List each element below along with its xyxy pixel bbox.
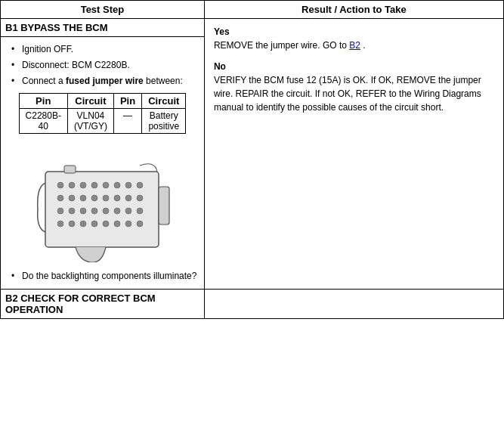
pin-table: Pin Circuit Pin Circuit C2280B-40 VLN04(…	[19, 93, 187, 134]
svg-point-15	[103, 195, 109, 201]
svg-point-4	[69, 182, 75, 188]
svg-point-19	[57, 208, 63, 214]
svg-point-17	[125, 195, 131, 201]
svg-point-23	[103, 208, 109, 214]
table-row: C2280B-40 VLN04(VT/GY) — Batterypositive	[19, 109, 186, 134]
final-bullet-list: Do the backlighting components illuminat…	[11, 270, 199, 283]
cell-pin1: C2280B-40	[19, 109, 67, 134]
svg-point-7	[103, 182, 109, 188]
svg-point-25	[125, 208, 131, 214]
svg-point-33	[125, 221, 131, 227]
svg-point-12	[69, 195, 75, 201]
connector-svg	[23, 141, 181, 262]
bullet-list: Ignition OFF. Disconnect: BCM C2280B. Co…	[11, 43, 199, 87]
b2-test-step-cell: B2 CHECK FOR CORRECT BCM OPERATION	[1, 290, 205, 319]
step-ignition: Ignition OFF.	[22, 44, 73, 54]
svg-point-21	[80, 208, 86, 214]
svg-rect-2	[64, 166, 76, 173]
svg-point-18	[137, 195, 143, 201]
connector-diagram	[5, 141, 199, 262]
svg-point-29	[80, 221, 86, 227]
step-connect: Connect a fused jumper wire between:	[22, 76, 183, 86]
svg-point-13	[80, 195, 86, 201]
b2-title: B2 CHECK FOR CORRECT BCM OPERATION	[1, 290, 204, 318]
col-circuit1: Circuit	[67, 94, 113, 109]
svg-point-20	[69, 208, 75, 214]
b2-result-cell	[204, 290, 503, 319]
no-text: VERIFY the BCM fuse 12 (15A) is OK. If O…	[214, 73, 494, 114]
list-item-1: Ignition OFF.	[11, 43, 199, 56]
svg-point-24	[114, 208, 120, 214]
svg-point-10	[137, 182, 143, 188]
svg-point-8	[114, 182, 120, 188]
yes-label: Yes	[214, 25, 494, 39]
yes-text: REMOVE the jumper wire. GO to B2 .	[214, 39, 494, 52]
final-list-item: Do the backlighting components illuminat…	[11, 270, 199, 283]
svg-point-5	[80, 182, 86, 188]
svg-point-22	[91, 208, 97, 214]
svg-point-6	[91, 182, 97, 188]
svg-point-3	[57, 182, 63, 188]
step-disconnect: Disconnect: BCM C2280B.	[22, 60, 130, 70]
svg-point-9	[125, 182, 131, 188]
svg-point-30	[91, 221, 97, 227]
final-question: Do the backlighting components illuminat…	[22, 271, 196, 281]
no-label: No	[214, 60, 494, 73]
cell-circuit2: Batterypositive	[142, 109, 186, 134]
svg-point-26	[137, 208, 143, 214]
svg-point-11	[57, 195, 63, 201]
svg-point-27	[57, 221, 63, 227]
svg-point-32	[114, 221, 120, 227]
list-item-2: Disconnect: BCM C2280B.	[11, 59, 199, 72]
col-circuit2: Circuit	[142, 94, 186, 109]
list-item-3: Connect a fused jumper wire between:	[11, 75, 199, 88]
cell-pin2: —	[113, 109, 141, 134]
svg-point-34	[137, 221, 143, 227]
result-cell: Yes REMOVE the jumper wire. GO to B2 . N…	[204, 19, 503, 290]
result-content: Yes REMOVE the jumper wire. GO to B2 . N…	[209, 22, 499, 117]
b2-link[interactable]: B2	[349, 40, 360, 51]
svg-point-31	[103, 221, 109, 227]
header-test-step: Test Step	[1, 1, 205, 19]
header-result: Result / Action to Take	[204, 1, 503, 19]
col-pin1: Pin	[19, 94, 67, 109]
svg-rect-1	[159, 187, 169, 225]
test-step-content: Ignition OFF. Disconnect: BCM C2280B. Co…	[1, 37, 204, 289]
svg-point-14	[91, 195, 97, 201]
col-pin2: Pin	[113, 94, 141, 109]
test-step-cell: B1 BYPASS THE BCM Ignition OFF. Disconne…	[1, 19, 205, 290]
cell-circuit1: VLN04(VT/GY)	[67, 109, 113, 134]
svg-point-16	[114, 195, 120, 201]
b1-title: B1 BYPASS THE BCM	[1, 19, 204, 37]
svg-point-28	[69, 221, 75, 227]
